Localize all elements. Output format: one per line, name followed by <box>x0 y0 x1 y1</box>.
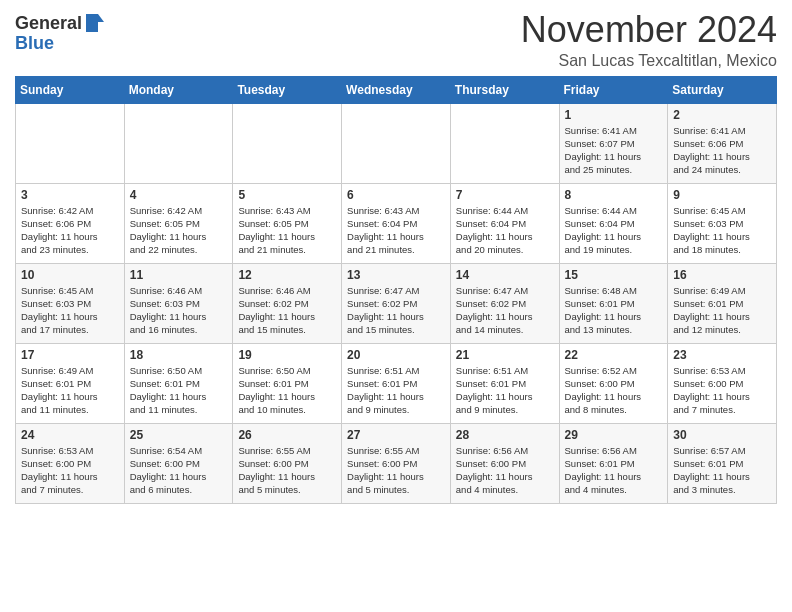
col-tuesday: Tuesday <box>233 76 342 103</box>
day-info: Sunrise: 6:47 AMSunset: 6:02 PMDaylight:… <box>347 284 445 337</box>
col-thursday: Thursday <box>450 76 559 103</box>
day-cell-4-3: 27Sunrise: 6:55 AMSunset: 6:00 PMDayligh… <box>342 423 451 503</box>
day-number: 4 <box>130 188 228 202</box>
day-cell-2-3: 13Sunrise: 6:47 AMSunset: 6:02 PMDayligh… <box>342 263 451 343</box>
logo: General Blue <box>15 10 106 54</box>
day-info: Sunrise: 6:56 AMSunset: 6:00 PMDaylight:… <box>456 444 554 497</box>
day-number: 9 <box>673 188 771 202</box>
day-cell-4-2: 26Sunrise: 6:55 AMSunset: 6:00 PMDayligh… <box>233 423 342 503</box>
day-info: Sunrise: 6:50 AMSunset: 6:01 PMDaylight:… <box>238 364 336 417</box>
day-number: 28 <box>456 428 554 442</box>
day-info: Sunrise: 6:49 AMSunset: 6:01 PMDaylight:… <box>673 284 771 337</box>
day-number: 8 <box>565 188 663 202</box>
day-info: Sunrise: 6:55 AMSunset: 6:00 PMDaylight:… <box>347 444 445 497</box>
day-number: 23 <box>673 348 771 362</box>
day-info: Sunrise: 6:44 AMSunset: 6:04 PMDaylight:… <box>565 204 663 257</box>
day-info: Sunrise: 6:51 AMSunset: 6:01 PMDaylight:… <box>456 364 554 417</box>
col-wednesday: Wednesday <box>342 76 451 103</box>
day-cell-1-3: 6Sunrise: 6:43 AMSunset: 6:04 PMDaylight… <box>342 183 451 263</box>
day-cell-2-2: 12Sunrise: 6:46 AMSunset: 6:02 PMDayligh… <box>233 263 342 343</box>
logo-general-text: General <box>15 14 82 34</box>
day-cell-1-5: 8Sunrise: 6:44 AMSunset: 6:04 PMDaylight… <box>559 183 668 263</box>
day-number: 15 <box>565 268 663 282</box>
day-info: Sunrise: 6:43 AMSunset: 6:05 PMDaylight:… <box>238 204 336 257</box>
day-cell-0-1 <box>124 103 233 183</box>
day-cell-1-2: 5Sunrise: 6:43 AMSunset: 6:05 PMDaylight… <box>233 183 342 263</box>
calendar-table: Sunday Monday Tuesday Wednesday Thursday… <box>15 76 777 504</box>
week-row-5: 24Sunrise: 6:53 AMSunset: 6:00 PMDayligh… <box>16 423 777 503</box>
day-number: 20 <box>347 348 445 362</box>
day-number: 22 <box>565 348 663 362</box>
day-info: Sunrise: 6:57 AMSunset: 6:01 PMDaylight:… <box>673 444 771 497</box>
day-number: 18 <box>130 348 228 362</box>
day-number: 1 <box>565 108 663 122</box>
day-number: 16 <box>673 268 771 282</box>
calendar-header: Sunday Monday Tuesday Wednesday Thursday… <box>16 76 777 103</box>
day-info: Sunrise: 6:52 AMSunset: 6:00 PMDaylight:… <box>565 364 663 417</box>
day-number: 2 <box>673 108 771 122</box>
weekday-header-row: Sunday Monday Tuesday Wednesday Thursday… <box>16 76 777 103</box>
col-sunday: Sunday <box>16 76 125 103</box>
day-number: 29 <box>565 428 663 442</box>
day-number: 13 <box>347 268 445 282</box>
title-block: November 2024 San Lucas Texcaltitlan, Me… <box>521 10 777 70</box>
logo-line-general: General <box>15 14 106 34</box>
day-number: 3 <box>21 188 119 202</box>
day-cell-0-0 <box>16 103 125 183</box>
day-cell-4-0: 24Sunrise: 6:53 AMSunset: 6:00 PMDayligh… <box>16 423 125 503</box>
day-number: 5 <box>238 188 336 202</box>
day-info: Sunrise: 6:45 AMSunset: 6:03 PMDaylight:… <box>673 204 771 257</box>
day-info: Sunrise: 6:56 AMSunset: 6:01 PMDaylight:… <box>565 444 663 497</box>
day-number: 14 <box>456 268 554 282</box>
day-info: Sunrise: 6:54 AMSunset: 6:00 PMDaylight:… <box>130 444 228 497</box>
day-cell-1-0: 3Sunrise: 6:42 AMSunset: 6:06 PMDaylight… <box>16 183 125 263</box>
month-title: November 2024 <box>521 10 777 50</box>
day-cell-3-3: 20Sunrise: 6:51 AMSunset: 6:01 PMDayligh… <box>342 343 451 423</box>
day-info: Sunrise: 6:42 AMSunset: 6:05 PMDaylight:… <box>130 204 228 257</box>
day-number: 30 <box>673 428 771 442</box>
logo-blue-text: Blue <box>15 34 54 54</box>
day-info: Sunrise: 6:48 AMSunset: 6:01 PMDaylight:… <box>565 284 663 337</box>
day-info: Sunrise: 6:49 AMSunset: 6:01 PMDaylight:… <box>21 364 119 417</box>
day-info: Sunrise: 6:41 AMSunset: 6:06 PMDaylight:… <box>673 124 771 177</box>
day-number: 10 <box>21 268 119 282</box>
day-info: Sunrise: 6:43 AMSunset: 6:04 PMDaylight:… <box>347 204 445 257</box>
day-cell-3-1: 18Sunrise: 6:50 AMSunset: 6:01 PMDayligh… <box>124 343 233 423</box>
day-number: 6 <box>347 188 445 202</box>
svg-marker-0 <box>86 14 104 32</box>
day-cell-4-4: 28Sunrise: 6:56 AMSunset: 6:00 PMDayligh… <box>450 423 559 503</box>
day-info: Sunrise: 6:45 AMSunset: 6:03 PMDaylight:… <box>21 284 119 337</box>
day-info: Sunrise: 6:46 AMSunset: 6:03 PMDaylight:… <box>130 284 228 337</box>
day-cell-3-0: 17Sunrise: 6:49 AMSunset: 6:01 PMDayligh… <box>16 343 125 423</box>
day-number: 19 <box>238 348 336 362</box>
day-cell-0-2 <box>233 103 342 183</box>
day-info: Sunrise: 6:42 AMSunset: 6:06 PMDaylight:… <box>21 204 119 257</box>
day-cell-0-5: 1Sunrise: 6:41 AMSunset: 6:07 PMDaylight… <box>559 103 668 183</box>
day-number: 12 <box>238 268 336 282</box>
day-cell-0-4 <box>450 103 559 183</box>
day-cell-2-5: 15Sunrise: 6:48 AMSunset: 6:01 PMDayligh… <box>559 263 668 343</box>
week-row-3: 10Sunrise: 6:45 AMSunset: 6:03 PMDayligh… <box>16 263 777 343</box>
logo-line-blue: Blue <box>15 34 54 54</box>
day-number: 27 <box>347 428 445 442</box>
day-info: Sunrise: 6:41 AMSunset: 6:07 PMDaylight:… <box>565 124 663 177</box>
day-info: Sunrise: 6:53 AMSunset: 6:00 PMDaylight:… <box>673 364 771 417</box>
day-number: 7 <box>456 188 554 202</box>
week-row-1: 1Sunrise: 6:41 AMSunset: 6:07 PMDaylight… <box>16 103 777 183</box>
week-row-2: 3Sunrise: 6:42 AMSunset: 6:06 PMDaylight… <box>16 183 777 263</box>
day-info: Sunrise: 6:53 AMSunset: 6:00 PMDaylight:… <box>21 444 119 497</box>
header: General Blue November 2024 San Lucas Tex… <box>15 10 777 70</box>
day-number: 11 <box>130 268 228 282</box>
day-cell-2-4: 14Sunrise: 6:47 AMSunset: 6:02 PMDayligh… <box>450 263 559 343</box>
col-monday: Monday <box>124 76 233 103</box>
day-cell-2-1: 11Sunrise: 6:46 AMSunset: 6:03 PMDayligh… <box>124 263 233 343</box>
day-cell-1-1: 4Sunrise: 6:42 AMSunset: 6:05 PMDaylight… <box>124 183 233 263</box>
day-cell-4-6: 30Sunrise: 6:57 AMSunset: 6:01 PMDayligh… <box>668 423 777 503</box>
location: San Lucas Texcaltitlan, Mexico <box>521 52 777 70</box>
col-saturday: Saturday <box>668 76 777 103</box>
day-cell-4-1: 25Sunrise: 6:54 AMSunset: 6:00 PMDayligh… <box>124 423 233 503</box>
day-cell-4-5: 29Sunrise: 6:56 AMSunset: 6:01 PMDayligh… <box>559 423 668 503</box>
day-cell-2-6: 16Sunrise: 6:49 AMSunset: 6:01 PMDayligh… <box>668 263 777 343</box>
day-cell-0-6: 2Sunrise: 6:41 AMSunset: 6:06 PMDaylight… <box>668 103 777 183</box>
day-cell-3-2: 19Sunrise: 6:50 AMSunset: 6:01 PMDayligh… <box>233 343 342 423</box>
